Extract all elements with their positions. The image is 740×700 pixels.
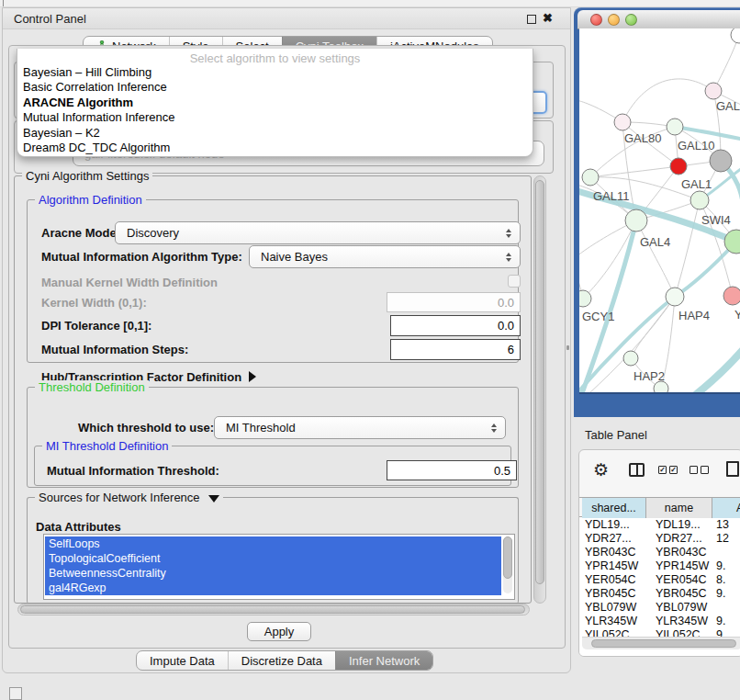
- column-header-partial[interactable]: A: [712, 498, 740, 518]
- list-item[interactable]: SelfLoops: [45, 536, 501, 551]
- column-header-shared-name[interactable]: shared...: [582, 498, 646, 518]
- table-row[interactable]: YBL079W YBL079W: [579, 601, 740, 615]
- node-label: GAL10: [678, 139, 714, 152]
- field-value: 0.5: [494, 464, 510, 478]
- mi-steps-field[interactable]: 6: [390, 339, 521, 360]
- node-label: HAP2: [633, 369, 665, 383]
- window-minimize-button[interactable]: [608, 14, 620, 26]
- cell-shared-name: YBR043C: [585, 546, 645, 559]
- close-icon[interactable]: ✖: [543, 11, 553, 25]
- data-attributes-label: Data Attributes: [36, 519, 121, 534]
- sources-toggle[interactable]: Sources for Network Inference: [35, 491, 223, 504]
- table-row[interactable]: YBR045C YBR045C 9.: [579, 587, 740, 601]
- network-node[interactable]: [625, 209, 647, 231]
- scrollbar-thumb[interactable]: [503, 536, 512, 579]
- tab-infer-network[interactable]: Infer Network: [335, 651, 432, 670]
- table-row[interactable]: YDR27... YDR27... 12: [579, 532, 740, 546]
- list-item[interactable]: gal4RGexp: [45, 581, 501, 595]
- gear-icon[interactable]: ⚙: [593, 459, 609, 480]
- dropdown-item[interactable]: Basic Correlation Inference: [23, 80, 533, 95]
- cell-shared-name: YBL079W: [585, 601, 645, 615]
- control-panel-title: Control Panel: [3, 12, 86, 26]
- table-panel: ⚙ ✓✓ shared... name A YDL19... YDL19... …: [578, 449, 740, 657]
- table-row[interactable]: YPR145W YPR145W 9.: [579, 559, 740, 573]
- tab-label: Infer Network: [349, 654, 420, 668]
- mi-threshold-label: Mutual Information Threshold:: [47, 460, 219, 480]
- cyni-bottom-tabbar: Impute Data Discretize Data Infer Networ…: [136, 650, 433, 671]
- spinner-arrows-icon: [506, 229, 511, 238]
- scrollbar-thumb[interactable]: [20, 605, 525, 614]
- scrollbar-thumb[interactable]: [535, 180, 544, 584]
- node-label: GAL: [716, 99, 740, 113]
- network-node[interactable]: [705, 83, 722, 99]
- network-node[interactable]: [667, 119, 683, 135]
- minimized-panel-stub[interactable]: [9, 687, 22, 700]
- cell-shared-name: YDL19...: [585, 518, 645, 532]
- chevron-down-icon: [208, 495, 219, 502]
- table-horizontal-scrollbar[interactable]: [582, 637, 740, 649]
- aracne-mode-combo[interactable]: Discovery: [115, 221, 521, 244]
- export-table-icon[interactable]: [726, 461, 739, 477]
- network-node[interactable]: [710, 150, 732, 172]
- manual-kernel-checkbox[interactable]: [508, 275, 521, 288]
- network-node[interactable]: [690, 191, 709, 209]
- dropdown-item[interactable]: Mutual Information Inference: [23, 110, 533, 125]
- tab-discretize-data[interactable]: Discretize Data: [228, 651, 335, 670]
- kernel-width-field[interactable]: 0.0: [387, 292, 521, 312]
- dpi-tolerance-field[interactable]: 0.0: [390, 315, 521, 336]
- panel-splitter-handle[interactable]: [566, 345, 569, 350]
- window-close-button[interactable]: [590, 14, 602, 26]
- aracne-mode-label: Aracne Mode:: [41, 221, 120, 244]
- network-node-selected[interactable]: [670, 158, 687, 175]
- window-zoom-button[interactable]: [625, 14, 637, 26]
- table-row[interactable]: YER054C YER054C 8.: [579, 573, 740, 587]
- list-item[interactable]: BetweennessCentrality: [45, 566, 501, 581]
- table-panel-title: Table Panel: [585, 428, 647, 442]
- table-row[interactable]: YLR345W YLR345W 9.: [579, 615, 740, 628]
- network-window-titlebar[interactable]: [577, 10, 740, 29]
- network-graph[interactable]: GAL GAL80 GAL10 GAL1 GAL11 SWI4 GAL4 GCY…: [579, 28, 740, 392]
- field-value: 0.0: [498, 319, 514, 333]
- table-row[interactable]: YDL19... YDL19... 13: [579, 518, 740, 532]
- mi-type-combo[interactable]: Naive Bayes: [249, 245, 521, 268]
- dpi-tolerance-label: DPI Tolerance [0,1]:: [41, 315, 151, 336]
- table-row[interactable]: YBR043C YBR043C: [579, 546, 740, 559]
- dropdown-item[interactable]: Bayesian – K2: [23, 126, 533, 141]
- node-label: SWI4: [701, 213, 731, 227]
- network-node[interactable]: [731, 28, 740, 43]
- network-canvas[interactable]: GAL GAL80 GAL10 GAL1 GAL11 SWI4 GAL4 GCY…: [579, 28, 740, 392]
- list-item[interactable]: TopologicalCoefficient: [45, 551, 501, 566]
- cell-name: YER054C: [656, 573, 711, 587]
- float-window-icon[interactable]: [527, 15, 536, 24]
- which-threshold-label: Which threshold to use:: [78, 416, 214, 439]
- cell-name: YLR345W: [656, 615, 711, 628]
- network-node[interactable]: [579, 290, 591, 307]
- settings-vertical-scrollbar[interactable]: [533, 175, 546, 604]
- cell-shared-name: YDR27...: [585, 532, 645, 546]
- tick-mark: [3, 0, 4, 6]
- combo-value: Naive Bayes: [261, 250, 328, 264]
- apply-button[interactable]: Apply: [247, 622, 311, 641]
- network-node[interactable]: [666, 288, 684, 306]
- settings-horizontal-scrollbar[interactable]: [17, 604, 530, 615]
- deselect-all-columns-icon[interactable]: [690, 466, 709, 474]
- network-node[interactable]: [623, 351, 638, 366]
- dropdown-item[interactable]: Bayesian – Hill Climbing: [23, 65, 533, 80]
- mi-threshold-field[interactable]: 0.5: [387, 460, 517, 480]
- scrollbar-thumb[interactable]: [591, 639, 736, 648]
- top-strip: [0, 0, 740, 7]
- select-all-columns-icon[interactable]: ✓✓: [658, 466, 678, 474]
- column-header-name[interactable]: name: [646, 498, 712, 518]
- network-node[interactable]: [723, 287, 740, 305]
- which-threshold-combo[interactable]: MI Threshold: [214, 416, 506, 439]
- tab-impute-data[interactable]: Impute Data: [137, 651, 228, 670]
- network-node[interactable]: [614, 114, 631, 130]
- dropdown-item-selected[interactable]: ARACNE Algorithm: [23, 96, 533, 110]
- cell-value: 8.: [716, 573, 740, 587]
- network-node[interactable]: [582, 169, 599, 186]
- split-pane-icon[interactable]: [629, 463, 645, 477]
- list-vertical-scrollbar[interactable]: [503, 536, 512, 593]
- dropdown-item[interactable]: Dream8 DC_TDC Algorithm: [23, 141, 533, 155]
- group-title: MI Threshold Definition: [42, 439, 172, 453]
- node-label: GAL4: [640, 235, 670, 249]
